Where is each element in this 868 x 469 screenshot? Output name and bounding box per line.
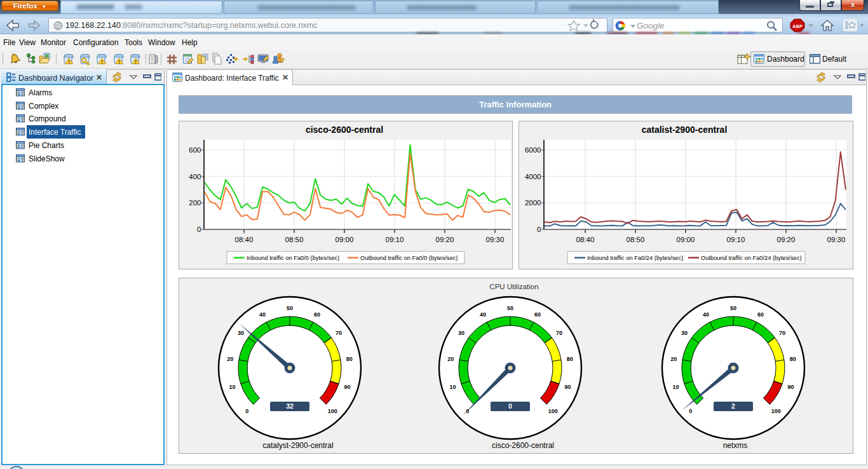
svg-text:09:00: 09:00 — [677, 236, 695, 243]
svg-text:cisco-2600-central: cisco-2600-central — [306, 125, 383, 135]
svg-text:09:00: 09:00 — [336, 236, 354, 243]
svg-text:catalyst-2900-central: catalyst-2900-central — [262, 441, 333, 450]
svg-text:30: 30 — [681, 330, 688, 336]
svg-text:2: 2 — [731, 402, 735, 410]
svg-text:09:20: 09:20 — [777, 236, 796, 243]
svg-text:60: 60 — [314, 311, 320, 318]
svg-text:90: 90 — [344, 384, 350, 390]
svg-text:50: 50 — [287, 305, 293, 311]
svg-text:Outbound traffic on Fa0/24 (by: Outbound traffic on Fa0/24 (bytes/sec) — [701, 255, 801, 261]
svg-text:60: 60 — [757, 311, 764, 318]
svg-text:4000: 4000 — [525, 173, 541, 180]
svg-text:08:50: 08:50 — [627, 236, 645, 243]
svg-text:100: 100 — [328, 408, 337, 414]
svg-text:cisco-2600-central: cisco-2600-central — [492, 441, 554, 450]
svg-text:2000: 2000 — [525, 199, 541, 207]
svg-text:08:40: 08:40 — [235, 236, 254, 243]
svg-text:10: 10 — [229, 384, 236, 390]
svg-text:50: 50 — [507, 305, 513, 311]
svg-text:catalist-2900-central: catalist-2900-central — [642, 125, 728, 135]
svg-text:09:10: 09:10 — [386, 236, 404, 243]
svg-text:0: 0 — [245, 408, 248, 414]
svg-text:40: 40 — [259, 311, 266, 318]
svg-text:09:10: 09:10 — [727, 236, 745, 243]
svg-text:70: 70 — [336, 330, 342, 336]
svg-text:ABP: ABP — [792, 24, 803, 29]
svg-text:20: 20 — [670, 356, 677, 362]
svg-text:40: 40 — [703, 311, 709, 318]
svg-text:10: 10 — [450, 384, 456, 390]
svg-text:08:40: 08:40 — [576, 236, 595, 243]
svg-text:20: 20 — [227, 356, 233, 362]
svg-text:30: 30 — [238, 330, 244, 336]
svg-text:0: 0 — [537, 226, 541, 233]
svg-text:Inbound traffic on Fa0/0 (byte: Inbound traffic on Fa0/0 (bytes/sec) — [247, 255, 339, 261]
svg-text:6000: 6000 — [525, 146, 541, 154]
svg-text:09:20: 09:20 — [436, 236, 454, 243]
svg-text:Outbound traffic on Fa0/0 (byt: Outbound traffic on Fa0/0 (bytes/sec) — [360, 255, 458, 261]
svg-text:0: 0 — [689, 408, 692, 414]
svg-text:100: 100 — [548, 408, 558, 414]
svg-text:CPU Utilization: CPU Utilization — [489, 283, 538, 290]
svg-text:100: 100 — [771, 408, 781, 414]
svg-text:08:50: 08:50 — [285, 236, 304, 243]
svg-text:netxms: netxms — [723, 441, 748, 450]
svg-text:Inbound traffic on Fa0/24 (byt: Inbound traffic on Fa0/24 (bytes/sec) — [587, 255, 683, 261]
svg-text:400: 400 — [189, 173, 201, 180]
svg-text:80: 80 — [567, 356, 573, 362]
svg-text:60: 60 — [534, 311, 541, 318]
svg-text:0: 0 — [508, 402, 512, 410]
svg-text:30: 30 — [458, 330, 465, 336]
svg-text:90: 90 — [564, 384, 571, 390]
svg-text:0: 0 — [197, 226, 201, 233]
svg-text:80: 80 — [346, 356, 353, 362]
svg-text:80: 80 — [790, 356, 796, 362]
svg-text:90: 90 — [787, 384, 794, 390]
svg-text:32: 32 — [286, 402, 294, 410]
svg-text:09:30: 09:30 — [486, 236, 505, 243]
svg-text:600: 600 — [189, 146, 201, 154]
svg-text:09:30: 09:30 — [827, 236, 846, 243]
svg-text:70: 70 — [779, 330, 785, 336]
svg-text:10: 10 — [673, 384, 679, 390]
svg-text:50: 50 — [730, 305, 736, 311]
svg-text:40: 40 — [480, 311, 486, 318]
svg-text:200: 200 — [189, 199, 201, 207]
svg-text:70: 70 — [556, 330, 562, 336]
svg-text:20: 20 — [447, 356, 454, 362]
